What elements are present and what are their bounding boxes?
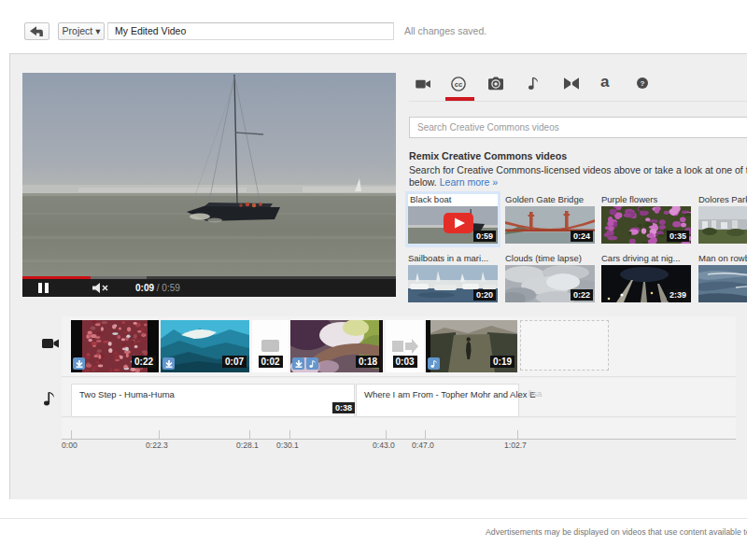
svg-text:cc: cc [455, 80, 462, 89]
svg-text:?: ? [641, 79, 645, 88]
